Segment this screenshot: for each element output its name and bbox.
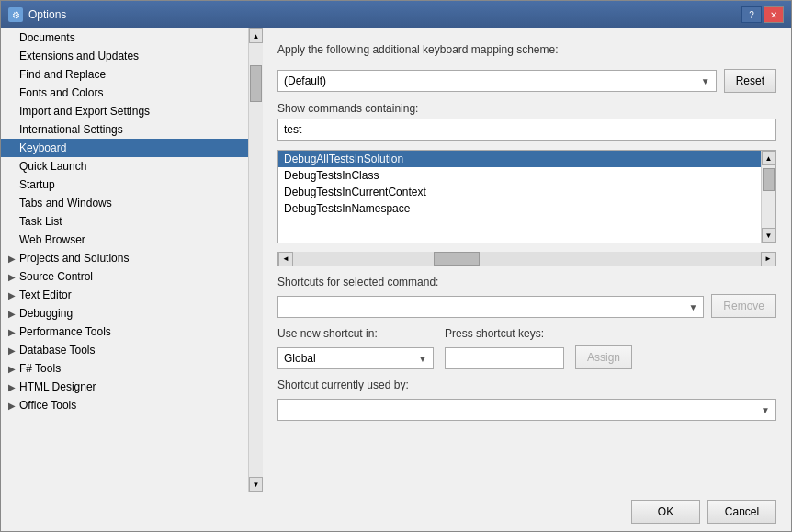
assign-button[interactable]: Assign	[575, 345, 632, 369]
hscroll-thumb[interactable]	[434, 252, 480, 266]
left-panel-wrapper: DocumentsExtensions and UpdatesFind and …	[1, 28, 263, 492]
dialog-title: Options	[28, 8, 66, 21]
shortcuts-row: Shortcuts for selected command: ▼ Remove	[277, 276, 776, 318]
reset-button[interactable]: Reset	[724, 69, 776, 93]
shortcuts-input-row: ▼	[277, 296, 704, 318]
mapping-dropdown-arrow: ▼	[701, 76, 710, 86]
commands-scroll-down[interactable]: ▼	[762, 228, 775, 243]
used-by-label: Shortcut currently used by:	[277, 379, 776, 391]
commands-scroll-thumb[interactable]	[763, 168, 775, 191]
expand-arrow-dbtools: ▶	[8, 345, 16, 356]
tree-item-quicklaunch[interactable]: Quick Launch	[1, 157, 248, 175]
new-shortcut-row: Use new shortcut in: Global ▼ Press shor…	[277, 327, 776, 369]
help-button[interactable]: ?	[741, 6, 762, 23]
hscroll-right[interactable]: ►	[761, 252, 775, 266]
commands-scrollbar[interactable]: ▲ ▼	[761, 151, 775, 243]
use-shortcut-section: Use new shortcut in: Global ▼	[277, 327, 434, 369]
scroll-track	[249, 43, 263, 477]
tree-item-officetools[interactable]: ▶ Office Tools	[1, 396, 248, 414]
shortcuts-dropdown-arrow: ▼	[688, 302, 697, 312]
expand-arrow-debugging: ▶	[8, 309, 16, 319]
tree-item-importexport[interactable]: Import and Export Settings	[1, 102, 248, 120]
commands-scroll-up[interactable]: ▲	[762, 151, 775, 165]
tree-item-documents[interactable]: Documents	[1, 28, 248, 47]
tree-item-debugging[interactable]: ▶ Debugging	[1, 304, 248, 323]
press-shortcut-section: Press shortcut keys:	[445, 327, 564, 369]
expand-arrow-htmldesigner: ▶	[8, 382, 16, 392]
command-item-cmd1[interactable]: DebugAllTestsInSolution	[278, 151, 761, 167]
tree-item-htmldesigner[interactable]: ▶ HTML Designer	[1, 378, 248, 396]
expand-arrow-sourcecontrol: ▶	[8, 272, 16, 282]
tree-item-perftools[interactable]: ▶ Performance Tools	[1, 323, 248, 341]
press-shortcut-input[interactable]	[445, 347, 564, 369]
show-commands-label: Show commands containing:	[277, 102, 776, 115]
title-bar-left: ⚙ Options	[8, 7, 66, 22]
title-bar: ⚙ Options ? ✕	[1, 1, 791, 28]
mapping-dropdown[interactable]: (Default) ▼	[277, 70, 717, 92]
new-shortcut-value: Global	[284, 352, 316, 365]
tree-item-fsharp[interactable]: ▶ F# Tools	[1, 359, 248, 378]
left-scrollbar[interactable]: ▲ ▼	[248, 28, 263, 492]
tree-item-extensions[interactable]: Extensions and Updates	[1, 47, 248, 65]
used-by-dropdown[interactable]: ▼	[277, 399, 776, 421]
mapping-dropdown-value: (Default)	[284, 74, 326, 87]
tree-item-startup[interactable]: Startup	[1, 175, 248, 194]
tree-item-webbrowser[interactable]: Web Browser	[1, 231, 248, 249]
right-panel: Apply the following additional keyboard …	[263, 28, 791, 492]
mapping-row: (Default) ▼ Reset	[277, 69, 776, 93]
tree-item-tabswindows[interactable]: Tabs and Windows	[1, 194, 248, 212]
tree-item-findreplace[interactable]: Find and Replace	[1, 65, 248, 84]
cancel-button[interactable]: Cancel	[707, 500, 776, 524]
use-shortcut-label: Use new shortcut in:	[277, 327, 434, 340]
tree-item-international[interactable]: International Settings	[1, 120, 248, 139]
dialog-icon: ⚙	[8, 7, 23, 22]
dialog-footer: OK Cancel	[1, 492, 791, 531]
search-input[interactable]	[277, 119, 776, 141]
expand-arrow-perftools: ▶	[8, 327, 16, 337]
mapping-label: Apply the following additional keyboard …	[277, 43, 776, 56]
used-by-arrow: ▼	[761, 405, 770, 415]
ok-button[interactable]: OK	[631, 500, 700, 524]
shortcuts-dropdown[interactable]: ▼	[277, 296, 704, 318]
close-button[interactable]: ✕	[764, 6, 784, 23]
command-item-cmd3[interactable]: DebugTestsInCurrentContext	[278, 184, 761, 200]
show-commands-section: Show commands containing:	[277, 102, 776, 141]
hscroll-track	[293, 252, 761, 266]
commands-scroll-track	[762, 165, 775, 228]
dialog-body: DocumentsExtensions and UpdatesFind and …	[1, 28, 791, 492]
new-shortcut-arrow: ▼	[418, 354, 427, 364]
tree-item-keyboard[interactable]: Keyboard	[1, 139, 248, 157]
hscroll-left[interactable]: ◄	[278, 252, 293, 266]
commands-list-container: DebugAllTestsInSolutionDebugTestsInClass…	[277, 150, 776, 243]
options-dialog: ⚙ Options ? ✕ DocumentsExtensions and Up…	[0, 0, 792, 532]
remove-button[interactable]: Remove	[711, 294, 776, 318]
left-panel: DocumentsExtensions and UpdatesFind and …	[1, 28, 248, 492]
press-shortcut-label: Press shortcut keys:	[445, 327, 564, 340]
commands-list[interactable]: DebugAllTestsInSolutionDebugTestsInClass…	[278, 151, 775, 243]
tree-item-fontscolors[interactable]: Fonts and Colors	[1, 84, 248, 102]
tree-item-dbtools[interactable]: ▶ Database Tools	[1, 341, 248, 359]
expand-arrow-projects: ▶	[8, 254, 16, 264]
assign-btn-section: Assign	[575, 345, 632, 369]
scroll-up-arrow[interactable]: ▲	[249, 28, 263, 43]
remove-btn-section: Remove	[711, 276, 776, 318]
command-item-cmd2[interactable]: DebugTestsInClass	[278, 167, 761, 184]
used-by-section: Shortcut currently used by: ▼	[277, 379, 776, 421]
mapping-label-section: Apply the following additional keyboard …	[277, 43, 776, 60]
expand-arrow-texteditor: ▶	[8, 290, 16, 300]
expand-arrow-fsharp: ▶	[8, 364, 16, 374]
shortcuts-section: Shortcuts for selected command: ▼	[277, 276, 704, 318]
tree-item-sourcecontrol[interactable]: ▶ Source Control	[1, 267, 248, 286]
tree-item-texteditor[interactable]: ▶ Text Editor	[1, 286, 248, 304]
commands-hscroll[interactable]: ◄ ►	[277, 252, 776, 266]
expand-arrow-officetools: ▶	[8, 401, 16, 411]
tree-item-tasklist[interactable]: Task List	[1, 212, 248, 231]
scroll-thumb[interactable]	[250, 65, 262, 102]
title-bar-buttons: ? ✕	[741, 6, 784, 23]
shortcuts-label: Shortcuts for selected command:	[277, 276, 704, 289]
tree-item-projects[interactable]: ▶ Projects and Solutions	[1, 249, 248, 267]
scroll-down-arrow[interactable]: ▼	[249, 477, 263, 492]
new-shortcut-dropdown[interactable]: Global ▼	[277, 347, 434, 369]
command-item-cmd4[interactable]: DebugTestsInNamespace	[278, 200, 761, 217]
